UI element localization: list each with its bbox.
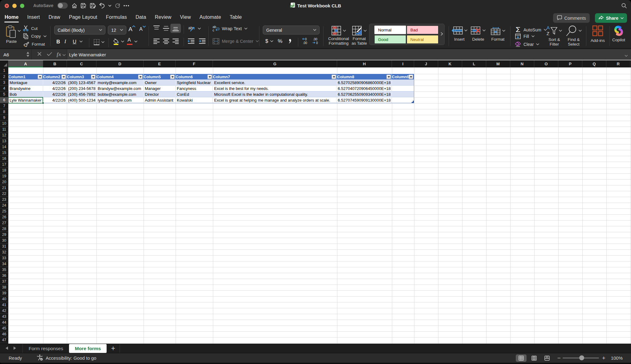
sort-filter-button[interactable]: AZ Sort &Filter xyxy=(545,25,563,47)
table-cell[interactable]: Director xyxy=(144,91,176,97)
enter-icon[interactable] xyxy=(44,52,52,57)
row-header-9[interactable]: 9 xyxy=(0,115,8,121)
table-header-column7[interactable]: Column7 xyxy=(213,74,337,80)
table-cell[interactable] xyxy=(392,97,414,103)
filter-icon[interactable] xyxy=(170,75,175,79)
decrease-decimal-button[interactable]: .000 xyxy=(312,38,319,45)
addins-button[interactable]: Add-ins xyxy=(590,25,606,43)
row-header-7[interactable]: 7 xyxy=(0,103,8,109)
row-header-14[interactable]: 14 xyxy=(0,144,8,150)
row-header-10[interactable]: 10 xyxy=(0,121,8,127)
wrap-text-button[interactable]: abc Wrap Text xyxy=(213,25,247,32)
zoom-level[interactable]: 100% xyxy=(610,355,623,361)
row-header-8[interactable]: 8 xyxy=(0,109,8,115)
autosum-button[interactable]: Σ AutoSum xyxy=(515,26,547,34)
row-header-23[interactable]: 23 xyxy=(0,197,8,203)
row-header-28[interactable]: 28 xyxy=(0,226,8,232)
table-cell[interactable]: 6.527040720906450000E+18 xyxy=(337,86,392,91)
filter-icon[interactable] xyxy=(61,75,66,79)
table-cell[interactable]: 4/22/26 xyxy=(43,80,67,86)
tab-draw[interactable]: Draw xyxy=(48,14,60,20)
row-header-45[interactable]: 45 xyxy=(0,326,8,331)
table-cell[interactable]: Excellent service. xyxy=(213,80,337,86)
row-header-41[interactable]: 41 xyxy=(0,302,8,308)
tab-view[interactable]: View xyxy=(180,14,191,20)
row-header-33[interactable]: 33 xyxy=(0,255,8,261)
comments-button[interactable]: Comments xyxy=(553,13,590,23)
sheet-prev-icon[interactable] xyxy=(5,346,8,351)
row-header-31[interactable]: 31 xyxy=(0,244,8,249)
row-header-18[interactable]: 18 xyxy=(0,168,8,173)
table-cell[interactable]: Admin Assistant xyxy=(144,97,176,103)
zoom-slider[interactable] xyxy=(563,358,599,358)
row-header-38[interactable]: 38 xyxy=(0,285,8,290)
zoom-slider-thumb[interactable] xyxy=(579,355,584,360)
table-cell[interactable]: 4/22/26 xyxy=(43,97,67,103)
table-cell[interactable]: 4/22/26 xyxy=(43,86,67,91)
table-cell[interactable]: 6.527074590909130000E+18 xyxy=(337,97,392,103)
filter-icon[interactable] xyxy=(409,75,413,79)
column-header-E[interactable]: E xyxy=(144,60,176,67)
save-as-icon[interactable] xyxy=(90,3,96,9)
font-color-button[interactable]: A xyxy=(127,38,137,45)
table-cell[interactable]: Montague xyxy=(8,80,43,86)
table-cell[interactable]: Excel is great at helping me manage and … xyxy=(213,97,337,103)
undo-menu-chevron-icon[interactable] xyxy=(108,5,112,7)
number-format-combo[interactable]: General xyxy=(263,26,320,34)
filter-icon[interactable] xyxy=(386,75,391,79)
clear-button[interactable]: Clear xyxy=(515,42,539,47)
increase-indent-button[interactable] xyxy=(199,38,206,44)
style-good[interactable]: Good xyxy=(375,35,406,43)
copy-button[interactable]: Copy xyxy=(23,33,47,39)
table-header-column1[interactable]: Column1 xyxy=(8,74,43,80)
table-cell[interactable]: lyle@example.com xyxy=(96,97,144,103)
table-header-column5[interactable]: Column5 xyxy=(144,74,176,80)
table-cell[interactable] xyxy=(392,86,414,91)
tab-insert[interactable]: Insert xyxy=(27,14,40,20)
format-as-table-button[interactable]: Formatas Table xyxy=(350,26,368,46)
row-header-2[interactable]: 2 xyxy=(0,74,8,80)
name-box[interactable]: A6 xyxy=(0,49,31,60)
save-icon[interactable] xyxy=(80,3,87,9)
column-header-K[interactable]: K xyxy=(438,60,462,67)
row-header-37[interactable]: 37 xyxy=(0,279,8,285)
more-icon[interactable] xyxy=(124,5,129,6)
paste-button[interactable]: Paste xyxy=(4,25,19,44)
table-header-column9[interactable]: Column9 xyxy=(392,74,414,80)
fill-handle[interactable] xyxy=(42,102,44,104)
tab-table[interactable]: Table xyxy=(230,14,242,20)
row-header-1[interactable]: 1 xyxy=(0,67,8,74)
font-size-combo[interactable]: 12 xyxy=(108,26,126,34)
column-header-A[interactable]: A xyxy=(8,60,43,67)
format-cells-button[interactable]: Format xyxy=(491,26,505,42)
table-header-column3[interactable]: Column3 xyxy=(67,74,96,80)
row-header-22[interactable]: 22 xyxy=(0,191,8,197)
tab-automate[interactable]: Automate xyxy=(199,14,221,20)
table-cell[interactable]: Brandywine xyxy=(8,86,43,91)
sheet-next-icon[interactable] xyxy=(13,346,17,351)
align-right-button[interactable] xyxy=(172,38,179,44)
table-cell[interactable]: (400) 500-1234 xyxy=(67,97,96,103)
align-top-button[interactable] xyxy=(153,25,160,31)
tab-formulas[interactable]: Formulas xyxy=(106,14,127,20)
row-header-42[interactable]: 42 xyxy=(0,308,8,314)
table-cell[interactable]: bobtw@example.com xyxy=(96,91,144,97)
delete-cells-button[interactable]: Delete xyxy=(472,26,485,42)
percent-button[interactable]: % xyxy=(278,38,282,44)
fill-button[interactable]: Fill xyxy=(515,34,535,39)
table-cell[interactable]: 4/22/26 xyxy=(43,91,67,97)
cancel-icon[interactable] xyxy=(32,52,44,57)
column-header-I[interactable]: I xyxy=(392,60,414,67)
table-cell[interactable]: Kowalski xyxy=(176,97,213,103)
column-header-N[interactable]: N xyxy=(510,60,534,67)
tab-data[interactable]: Data xyxy=(135,14,147,20)
borders-button[interactable] xyxy=(93,39,104,45)
redo-icon[interactable] xyxy=(115,3,120,8)
tab-home[interactable]: Home xyxy=(4,14,19,20)
conditional-formatting-button[interactable]: ConditionalFormatting xyxy=(325,26,352,46)
table-cell[interactable]: monty@example.com xyxy=(96,80,144,86)
row-header-44[interactable]: 44 xyxy=(0,320,8,326)
row-header-24[interactable]: 24 xyxy=(0,203,8,208)
row-header-15[interactable]: 15 xyxy=(0,150,8,156)
row-header-11[interactable]: 11 xyxy=(0,127,8,132)
